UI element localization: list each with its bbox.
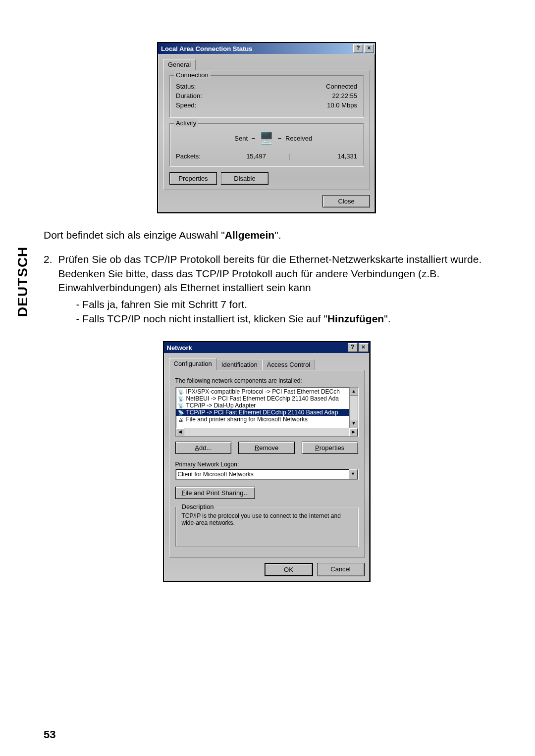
close-icon[interactable]: × bbox=[359, 343, 369, 352]
ok-button[interactable]: OK bbox=[265, 563, 313, 576]
list-item[interactable]: 📡TCP/IP -> Dial-Up Adapter bbox=[176, 402, 357, 409]
protocol-icon: 📡 bbox=[177, 409, 184, 416]
received-label: Received bbox=[285, 135, 320, 142]
primary-logon-dropdown[interactable]: Client for Microsoft Networks ▼ bbox=[175, 469, 358, 480]
scroll-left-icon[interactable]: ◀ bbox=[176, 428, 184, 437]
scroll-up-icon[interactable]: ▲ bbox=[350, 388, 358, 396]
list-item[interactable]: 🖨File and printer sharing for Microsoft … bbox=[176, 416, 357, 423]
list-item[interactable]: 📡NetBEUI -> PCI Fast Ethernet DECchip 21… bbox=[176, 395, 357, 402]
close-icon[interactable]: × bbox=[364, 44, 374, 53]
speed-value: 10.0 Mbps bbox=[327, 101, 357, 109]
step-2-text: Prüfen Sie ob das TCP/IP Protokoll berei… bbox=[58, 253, 482, 293]
tab-configuration[interactable]: Configuration bbox=[169, 358, 217, 370]
disable-button[interactable]: Disable bbox=[221, 172, 268, 185]
group-label: Description bbox=[180, 503, 216, 510]
network-dialog: Network ? × Configuration Identification… bbox=[163, 341, 371, 582]
vertical-scrollbar[interactable]: ▲ ▼ bbox=[349, 388, 358, 428]
protocol-icon: 📡 bbox=[177, 388, 184, 395]
list-item-selected[interactable]: 📡TCP/IP -> PCI Fast Ethernet DECchip 211… bbox=[176, 409, 357, 416]
scroll-down-icon[interactable]: ▼ bbox=[350, 420, 358, 428]
speed-label: Speed: bbox=[176, 101, 196, 109]
help-icon[interactable]: ? bbox=[353, 44, 363, 53]
cancel-button[interactable]: Cancel bbox=[317, 563, 365, 576]
paragraph-1: Dort befindet sich als einzige Auswahl "… bbox=[44, 228, 489, 242]
bullet-2: Falls TCP/IP noch nicht installiert ist,… bbox=[76, 312, 489, 326]
status-label: Status: bbox=[176, 83, 196, 90]
tab-panel: The following network components are ins… bbox=[169, 370, 365, 558]
packets-sent: 15,497 bbox=[221, 152, 266, 160]
properties-button[interactable]: Properties bbox=[169, 172, 217, 185]
status-value: Connected bbox=[326, 83, 357, 90]
scroll-right-icon[interactable]: ▶ bbox=[349, 428, 358, 437]
activity-group: Activity Sent 🖥️ Received Packets: 15,49… bbox=[169, 123, 364, 166]
page-number: 53 bbox=[44, 728, 55, 741]
protocol-icon: 📡 bbox=[177, 395, 184, 402]
tab-general[interactable]: General bbox=[163, 59, 196, 70]
bullet-1: Falls ja, fahren Sie mit Schritt 7 fort. bbox=[76, 298, 489, 311]
tab-identification[interactable]: Identification bbox=[216, 359, 263, 370]
tab-access-control[interactable]: Access Control bbox=[262, 359, 315, 370]
connection-group: Connection Status:Connected Duration:22:… bbox=[169, 75, 364, 117]
description-text: TCP/IP is the protocol you use to connec… bbox=[182, 512, 352, 526]
tab-panel: Connection Status:Connected Duration:22:… bbox=[163, 70, 370, 190]
list-step-2: 2. Prüfen Sie ob das TCP/IP Protokoll be… bbox=[44, 252, 489, 336]
packets-label: Packets: bbox=[176, 152, 201, 160]
packets-received: 14,331 bbox=[313, 152, 357, 160]
components-list[interactable]: 📡IPX/SPX-compatible Protocol -> PCI Fast… bbox=[175, 387, 358, 437]
chevron-down-icon[interactable]: ▼ bbox=[349, 469, 358, 479]
close-button[interactable]: Close bbox=[322, 195, 370, 207]
horizontal-scrollbar[interactable]: ◀ ▶ bbox=[176, 428, 358, 436]
side-language-label: DEUTSCH bbox=[15, 247, 31, 317]
duration-label: Duration: bbox=[176, 92, 202, 100]
properties-button[interactable]: PropertiesProperties bbox=[302, 442, 358, 454]
add-button[interactable]: AAdd...dd... bbox=[175, 442, 232, 454]
dialog-title: Local Area Connection Status bbox=[161, 45, 252, 52]
titlebar: Network ? × bbox=[164, 342, 370, 353]
description-group: Description TCP/IP is the protocol you u… bbox=[175, 507, 358, 547]
list-number: 2. bbox=[44, 252, 53, 336]
titlebar: Local Area Connection Status ? × bbox=[158, 43, 375, 54]
network-icon: 🖥️ bbox=[259, 131, 274, 146]
remove-button[interactable]: RemoveRemove bbox=[238, 442, 295, 454]
connection-status-dialog: Local Area Connection Status ? × General… bbox=[157, 42, 376, 213]
sent-label: Sent bbox=[213, 135, 248, 142]
duration-value: 22:22:55 bbox=[332, 92, 357, 100]
service-icon: 🖨 bbox=[177, 416, 184, 423]
group-label: Activity bbox=[174, 119, 198, 127]
protocol-icon: 📡 bbox=[177, 402, 184, 409]
help-icon[interactable]: ? bbox=[348, 343, 358, 352]
group-label: Connection bbox=[174, 71, 211, 79]
components-label: The following network components are ins… bbox=[175, 377, 358, 384]
dialog-title: Network bbox=[167, 344, 192, 352]
list-item[interactable]: 📡IPX/SPX-compatible Protocol -> PCI Fast… bbox=[176, 388, 357, 395]
dropdown-value: Client for Microsoft Networks bbox=[176, 471, 349, 478]
file-print-sharing-button[interactable]: File and Print Sharing...File and Print … bbox=[175, 487, 256, 499]
primary-logon-label: Primary Network Logon: bbox=[175, 461, 358, 468]
